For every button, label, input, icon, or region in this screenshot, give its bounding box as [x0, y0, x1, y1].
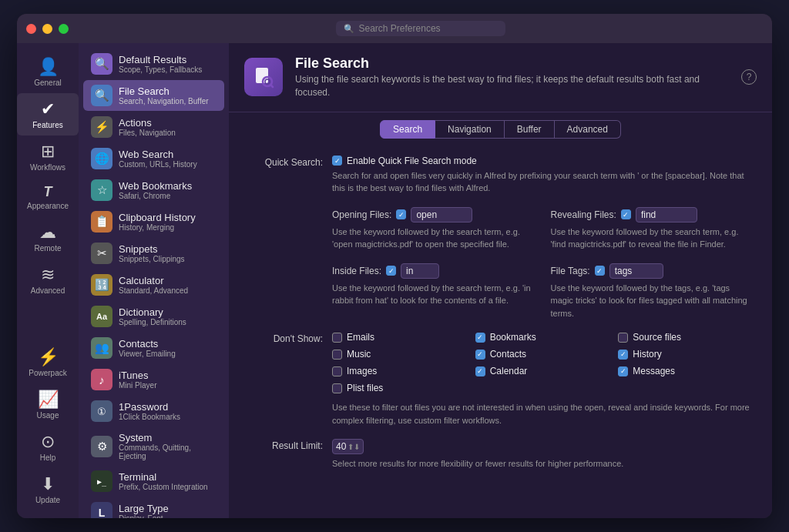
titlebar-search: 🔍 Search Preferences: [78, 21, 763, 36]
remote-icon: ☁: [39, 223, 56, 243]
bookmarks-label: Bookmarks: [490, 332, 536, 343]
minimize-button[interactable]: [42, 24, 52, 34]
revealing-files-checkbox[interactable]: [621, 209, 631, 219]
inside-tags-section: Inside Files: Use the keyword followed b…: [247, 263, 754, 320]
sidebar-item-remote[interactable]: ☁ Remote: [17, 216, 79, 259]
file-tags-checkbox[interactable]: [595, 266, 605, 276]
messages-checkbox[interactable]: [618, 366, 628, 376]
sidebar-item-usage[interactable]: 📈 Usage: [17, 383, 79, 426]
calculator-title: Calculator: [119, 275, 188, 286]
features-label: Features: [32, 121, 62, 129]
music-checkbox[interactable]: [332, 350, 342, 360]
terminal-icon: ▶_: [91, 470, 112, 492]
nav-item-file-search[interactable]: 🔍 File Search Search, Navigation, Buffer: [83, 80, 224, 111]
dont-show-plist: Plist files: [332, 383, 468, 393]
nav-item-actions[interactable]: ⚡ Actions Files, Navigation: [83, 112, 224, 142]
history-label: History: [633, 349, 661, 360]
nav-item-terminal[interactable]: ▶_ Terminal Prefix, Custom Integration: [83, 466, 224, 497]
features-icon: ✔: [41, 99, 55, 119]
history-checkbox[interactable]: [618, 350, 628, 360]
source-files-label: Source files: [633, 332, 681, 343]
nav-item-web-search[interactable]: 🌐 Web Search Custom, URLs, History: [83, 143, 224, 174]
large-type-subtitle: Display, Font: [119, 514, 169, 518]
tab-buffer[interactable]: Buffer: [505, 120, 555, 139]
contacts-checkbox[interactable]: [475, 350, 485, 360]
web-bookmarks-subtitle: Safari, Chrome: [119, 192, 192, 200]
sidebar-item-workflows[interactable]: ⊞ Workflows: [17, 136, 79, 178]
nav-item-itunes[interactable]: ♪ iTunes Mini Player: [83, 364, 224, 395]
dont-show-section: Don't Show: Emails Bookmarks: [247, 332, 754, 427]
images-checkbox[interactable]: [332, 366, 342, 376]
dictionary-subtitle: Spelling, Definitions: [119, 318, 186, 326]
usage-label: Usage: [37, 411, 59, 420]
help-button[interactable]: ?: [741, 69, 757, 85]
file-search-svg: [251, 65, 276, 89]
content-area: Quick Search: Enable Quick File Search m…: [229, 143, 772, 518]
emails-label: Emails: [347, 332, 374, 343]
close-button[interactable]: [26, 24, 36, 34]
file-search-title: File Search: [119, 85, 209, 97]
main-content: 👤 General ✔ Features ⊞ Workflows T Appea…: [17, 43, 772, 518]
nav-item-contacts[interactable]: 👥 Contacts Viewer, Emailing: [83, 333, 224, 363]
search-input-wrap[interactable]: 🔍 Search Preferences: [336, 21, 505, 36]
result-limit-select[interactable]: 40 ⬆⬇: [332, 439, 364, 454]
nav-item-system[interactable]: ⚙ System Commands, Quitting, Ejecting: [83, 427, 224, 465]
app-window: 🔍 Search Preferences 👤 General ✔ Feature…: [17, 14, 772, 518]
contacts-label: Contacts: [490, 349, 526, 360]
sidebar-item-features[interactable]: ✔ Features: [17, 93, 79, 136]
calendar-checkbox[interactable]: [475, 366, 485, 376]
nav-item-1password[interactable]: ① 1Password 1Click Bookmarks: [83, 396, 224, 427]
panel-title: File Search: [295, 55, 729, 72]
panel-header: File Search Using the file search keywor…: [229, 43, 772, 112]
sidebar-item-advanced[interactable]: ≋ Advanced: [17, 259, 79, 301]
nav-item-web-bookmarks[interactable]: ☆ Web Bookmarks Safari, Chrome: [83, 175, 224, 206]
large-type-title: Large Type: [119, 503, 169, 514]
file-tags-label: File Tags:: [551, 266, 590, 276]
quick-search-checkbox[interactable]: [332, 156, 342, 166]
traffic-lights: [26, 24, 69, 34]
nav-item-dictionary[interactable]: Aa Dictionary Spelling, Definitions: [83, 301, 224, 332]
itunes-subtitle: Mini Player: [119, 381, 156, 390]
tab-advanced[interactable]: Advanced: [555, 120, 621, 139]
tab-navigation[interactable]: Navigation: [435, 120, 505, 139]
nav-item-snippets[interactable]: ✂ Snippets Snippets, Clippings: [83, 238, 224, 269]
advanced-icon: ≋: [41, 265, 55, 285]
opening-files-checkbox[interactable]: [396, 209, 406, 219]
search-placeholder: Search Preferences: [359, 23, 441, 34]
bookmarks-checkbox[interactable]: [475, 333, 485, 343]
sidebar-item-update[interactable]: ⬇ Update: [17, 468, 79, 510]
sidebar-item-general[interactable]: 👤 General: [17, 51, 79, 93]
dont-show-images: Images: [332, 366, 468, 376]
sidebar-item-help[interactable]: ⊙ Help: [17, 426, 79, 468]
inside-files-input[interactable]: [401, 263, 439, 279]
nav-item-large-type[interactable]: L Large Type Display, Font: [83, 497, 224, 518]
dont-show-history: History: [618, 349, 754, 360]
source-files-checkbox[interactable]: [618, 333, 628, 343]
dictionary-title: Dictionary: [119, 306, 186, 318]
sidebar-item-appearance[interactable]: T Appearance: [17, 178, 79, 216]
opening-files-input[interactable]: [411, 207, 472, 223]
maximize-button[interactable]: [59, 24, 69, 34]
sidebar-item-powerpack[interactable]: ⚡ Powerpack: [17, 341, 79, 383]
plist-checkbox[interactable]: [332, 383, 342, 393]
inside-files-checkbox[interactable]: [386, 266, 396, 276]
quick-search-desc: Search for and open files very quickly i…: [332, 169, 754, 195]
plist-label: Plist files: [347, 383, 383, 393]
tab-search[interactable]: Search: [380, 120, 435, 139]
help-icon: ?: [747, 72, 752, 82]
file-tags-input[interactable]: [609, 263, 663, 279]
default-results-icon: 🔍: [91, 53, 112, 75]
dont-show-calendar: Calendar: [475, 366, 611, 376]
titlebar: 🔍 Search Preferences: [17, 14, 772, 43]
revealing-files-input[interactable]: [636, 207, 697, 223]
revealing-files-col: Revealing Files: Use the keyword followe…: [551, 207, 754, 251]
contacts-subtitle: Viewer, Emailing: [119, 350, 176, 358]
workflows-label: Workflows: [30, 163, 65, 172]
nav-item-default-results[interactable]: 🔍 Default Results Scope, Types, Fallback…: [83, 49, 224, 79]
nav-item-calculator[interactable]: 🔢 Calculator Standard, Advanced: [83, 269, 224, 300]
nav-item-clipboard[interactable]: 📋 Clipboard History History, Merging: [83, 206, 224, 237]
emails-checkbox[interactable]: [332, 333, 342, 343]
web-bookmarks-title: Web Bookmarks: [119, 180, 192, 192]
snippets-subtitle: Snippets, Clippings: [119, 255, 185, 263]
file-search-icon: 🔍: [91, 85, 112, 106]
